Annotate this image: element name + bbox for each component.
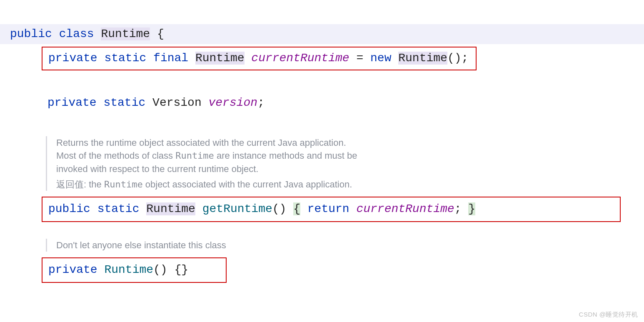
field-block: private static final Runtime currentRunt…: [42, 44, 644, 70]
open-brace: {: [157, 27, 164, 40]
ctor-paren: ();: [447, 52, 468, 65]
return-field: currentRuntime: [356, 202, 454, 215]
method-paren: (): [272, 202, 287, 215]
doc2-text: Don't let anyone else instantiate this c…: [56, 239, 644, 252]
method-block: public static Runtime getRuntime() { ret…: [42, 191, 644, 222]
method-rbrace: }: [468, 202, 475, 215]
kw-static2: static: [103, 96, 145, 109]
watermark-text: CSDN @睡觉待开机: [579, 311, 638, 319]
field-type: Runtime: [195, 52, 245, 65]
equals: =: [356, 52, 363, 65]
doc-line-1: Returns the runtime object associated wi…: [56, 136, 644, 149]
method-lbrace: {: [293, 202, 300, 215]
kw-private2: private: [47, 96, 97, 109]
return-type: Runtime: [146, 202, 195, 215]
class-name: Runtime: [101, 27, 150, 40]
class-declaration: public class Runtime {: [10, 26, 164, 43]
ctor-call: Runtime: [398, 52, 447, 65]
kw-final: final: [153, 52, 188, 65]
return-semi: ;: [454, 202, 462, 215]
highlight-box-field: private static final Runtime currentRunt…: [42, 47, 477, 70]
doc-line-2: Most of the methods of class Runtime are…: [56, 149, 644, 162]
javadoc-block-2: Don't let anyone else instantiate this c…: [46, 239, 644, 252]
highlight-box-ctor: private Runtime() {}: [42, 257, 227, 283]
ctor-rest: () {}: [153, 263, 188, 276]
ctor-name: Runtime: [104, 263, 153, 276]
field-code: private static final Runtime currentRunt…: [48, 52, 468, 65]
version-type: Version: [152, 96, 202, 109]
kw-private: private: [48, 52, 97, 65]
kw-return: return: [307, 202, 349, 215]
kw-class: class: [59, 27, 94, 40]
method-code: public static Runtime getRuntime() { ret…: [48, 202, 475, 215]
version-name: version: [209, 96, 258, 109]
kw-public: public: [10, 27, 52, 40]
field-name: currentRuntime: [251, 52, 349, 65]
version-semi: ;: [257, 96, 265, 109]
kw-private3: private: [48, 263, 97, 276]
doc-line-3: invoked with respect to the current runt…: [56, 162, 644, 175]
version-field-line: private static Version version;: [47, 95, 644, 112]
kw-static: static: [104, 52, 146, 65]
highlight-box-method: public static Runtime getRuntime() { ret…: [42, 197, 621, 222]
kw-static3: static: [97, 202, 140, 215]
kw-public2: public: [48, 202, 90, 215]
ctor-code: private Runtime() {}: [48, 263, 188, 276]
class-declaration-line: public class Runtime {: [0, 24, 644, 44]
ctor-block: private Runtime() {}: [42, 252, 644, 283]
method-name: getRuntime: [202, 202, 272, 215]
kw-new: new: [370, 52, 391, 65]
version-code: private static Version version;: [47, 96, 265, 109]
doc-return: 返回值: the Runtime object associated with …: [56, 178, 644, 191]
javadoc-block-1: Returns the runtime object associated wi…: [46, 136, 644, 191]
